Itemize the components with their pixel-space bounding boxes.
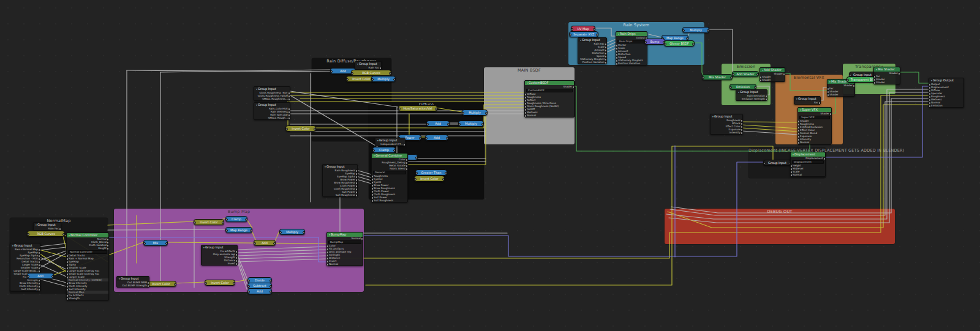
- node-gi-rain-color[interactable]: Group InputRain_ColorHUERain WetnessRain…: [254, 102, 290, 120]
- node-glossy-bsdf[interactable]: Glossy BSDF: [664, 40, 695, 46]
- node-label: Multiply: [469, 111, 481, 114]
- node-header-gi-rain-color[interactable]: Group Input: [254, 103, 290, 107]
- socket-sel-displacement-group[interactable]: Displacement: [792, 160, 824, 164]
- socket-sel-general-combine[interactable]: General: [373, 171, 406, 174]
- node-header-gi-gloss[interactable]: Group Input: [254, 87, 290, 91]
- node-header-gi-bump-1[interactable]: Group Input: [202, 245, 237, 250]
- node-header-gi-normalmap[interactable]: Group Input: [10, 244, 40, 248]
- node-add-bm2[interactable]: Add: [247, 288, 272, 294]
- node-header-group-output[interactable]: Group Output: [929, 78, 963, 83]
- node-gi-disp[interactable]: Group Input: [763, 160, 791, 166]
- node-label: Hue/Saturation/Val: [404, 106, 432, 110]
- socket-sel-rain-drips[interactable]: Rain Drips: [617, 40, 646, 43]
- node-multiply-rs[interactable]: Multiply: [682, 27, 709, 33]
- node-bumpmap-group[interactable]: BumpMapNormalBumpMapColorFix artifactsOn…: [326, 232, 363, 266]
- node-multiply-d1[interactable]: Multiply: [462, 110, 488, 116]
- node-mix-bm[interactable]: Mix: [143, 240, 168, 246]
- node-header-gi-rain-rough[interactable]: Group Input: [323, 165, 357, 169]
- node-label: Map Range: [666, 36, 684, 40]
- node-header-rain-drips[interactable]: Rain Drips: [616, 32, 647, 36]
- socket-in-group-output: Emission: [929, 104, 963, 107]
- node-clamp-bm[interactable]: Clamp: [225, 216, 247, 222]
- node-add-shader-2[interactable]: Add ShaderShaderShaderShader: [760, 67, 785, 82]
- node-group-output[interactable]: Group OutputOutputDisplacementDiffuseSpe…: [929, 78, 964, 108]
- socket-out-gi-independent: Independent CT...: [375, 143, 405, 146]
- node-multiply-bm[interactable]: Multiply: [279, 229, 305, 235]
- node-label: UV Map: [577, 27, 589, 31]
- node-label: Divide: [255, 278, 265, 282]
- node-header-displacement-group[interactable]: Displacement: [791, 152, 825, 157]
- node-label: RGB Curves: [362, 71, 380, 75]
- frame-debug-out[interactable]: DEBUG OUT: [665, 209, 895, 244]
- socket-out-gi-gloss: SMALL Roughness...: [254, 97, 290, 100]
- socket-in-bumpmap-group: Normal: [327, 262, 363, 266]
- node-gi-independent[interactable]: Group InputIndependent CT...: [375, 138, 405, 146]
- node-rgb-curves-rd[interactable]: RGB Curves: [351, 70, 391, 76]
- node-header-gi-rainfac-nm[interactable]: Group Input: [34, 223, 61, 227]
- node-displacement-group[interactable]: DisplacementDisplacementDisplacementHeig…: [790, 152, 826, 177]
- node-add-d2[interactable]: Add: [425, 135, 448, 141]
- node-invert-1[interactable]: Invert Color: [194, 219, 224, 225]
- node-clamp-d[interactable]: Clamp: [372, 147, 396, 153]
- wire: [160, 70, 330, 72]
- node-gi-rain-rough[interactable]: Group InputRain RoughnessEyeMapEyeMap Al…: [322, 164, 358, 197]
- node-mix-shader-1[interactable]: Mix Shader: [702, 74, 733, 80]
- node-header-gi-fac[interactable]: Group Input: [794, 97, 820, 101]
- node-editor-canvas[interactable]: NormalMapBump MapRain Diffuse/RoughnessD…: [0, 0, 980, 331]
- node-mix-shader-3[interactable]: Mix ShaderShaderFacShaderShader: [873, 67, 900, 84]
- node-huesat[interactable]: Hue/Saturation/Val: [398, 105, 437, 111]
- node-gi-effect[interactable]: Group InputRoughnessBTrackEffect ColorEx…: [710, 114, 743, 135]
- node-gi-bump-2[interactable]: Group InputOut BUMP NRMOut BUMP Strength: [116, 276, 149, 288]
- socket-sel-super-vfx[interactable]: Super VFX: [799, 116, 830, 119]
- node-gi-normalmap[interactable]: Group InputRain+Normal MapEyeMapEyeMap A…: [10, 243, 40, 291]
- node-normal-controller[interactable]: Normal ControllerNormalCloth_BlendCloth …: [66, 232, 109, 300]
- node-separate-xyz[interactable]: Separate XYZ: [569, 31, 598, 37]
- node-header-custom-bsdf[interactable]: CustomBSDF: [525, 81, 574, 85]
- node-header-gi-effect[interactable]: Group Input: [710, 114, 742, 119]
- node-multiply-d2[interactable]: Multiply: [458, 121, 484, 127]
- node-header-gi-independent[interactable]: Group Input: [375, 138, 405, 143]
- node-multiply-rd[interactable]: Multiply: [371, 76, 396, 82]
- node-invert-d[interactable]: Invert Color: [414, 176, 445, 182]
- node-super-vfx[interactable]: Super VFXShaderSuper VFXShaderRoughnessE…: [797, 107, 832, 144]
- node-custom-bsdf[interactable]: CustomBSDFShaderCustomBSDFDiffuseRoughne…: [524, 80, 575, 117]
- node-general-combine[interactable]: General CombineColorRoughness_DebugMetal…: [371, 153, 408, 203]
- node-invert-mid[interactable]: Invert Color: [285, 125, 316, 132]
- node-header-gi-rd[interactable]: Group Input: [355, 62, 381, 66]
- node-label: Add: [262, 241, 268, 245]
- node-add-shader-1[interactable]: Add Shader: [732, 71, 759, 77]
- node-header-mix-shader-3[interactable]: Mix Shader: [874, 67, 900, 72]
- node-gi-rain-sys[interactable]: Group InputRain FacScaleAmountDistortion…: [578, 37, 607, 64]
- node-greater-than[interactable]: Greater Than: [415, 169, 447, 176]
- node-bump-rs[interactable]: Bump: [644, 39, 665, 45]
- node-invert-3[interactable]: Invert Color: [146, 281, 176, 287]
- socket-sel-bumpmap-group[interactable]: BumpMap: [328, 240, 361, 244]
- node-header-gi-rain-sys[interactable]: Group Input: [578, 38, 606, 42]
- node-gi-bump-1[interactable]: Group InputFix artifactsOnly animate rep…: [201, 245, 238, 266]
- node-header-general-combine[interactable]: General Combine: [372, 154, 407, 158]
- node-map-range-bm[interactable]: Map Range: [225, 227, 252, 233]
- socket-sel-custom-bsdf[interactable]: CustomBSDF: [526, 89, 573, 92]
- node-gi-rd[interactable]: Group InputRain Fac: [355, 61, 382, 70]
- node-gi-fac[interactable]: Group InputFac: [794, 96, 821, 105]
- node-rain-drips[interactable]: Rain DripsOutputRain DripsVectorScaleAmo…: [616, 31, 647, 65]
- node-header-normal-controller[interactable]: Normal Controller: [67, 233, 108, 237]
- node-gi-emission[interactable]: Group InputRain EmissionEmission Strengt…: [736, 89, 767, 101]
- socket-out-gi-bump-1: Invert: [202, 262, 237, 265]
- node-label: Clamp: [379, 148, 389, 152]
- node-gi-rainfac-nm[interactable]: Group InputRain Fac: [33, 222, 61, 231]
- node-invert-2[interactable]: Invert Color: [205, 280, 235, 286]
- node-header-super-vfx[interactable]: Super VFX: [798, 108, 831, 112]
- node-header-bumpmap-group[interactable]: BumpMap: [327, 232, 363, 237]
- node-rgb-curves-nm[interactable]: RGB Curves: [27, 231, 65, 237]
- node-label: Invert Color: [200, 220, 217, 224]
- node-header-gi-emission[interactable]: Group Input: [736, 90, 767, 94]
- node-header-gi-bump-2[interactable]: Group Input: [117, 277, 149, 281]
- node-header-add-shader-2[interactable]: Add Shader: [760, 68, 785, 72]
- node-add-d1[interactable]: Add: [426, 121, 450, 127]
- node-add-bm-yellow[interactable]: Add: [254, 240, 276, 246]
- node-add-nm[interactable]: Add: [27, 273, 54, 279]
- node-gi-gloss[interactable]: Group InputGloss Roughness 'Not'Gloss Ro…: [254, 86, 290, 101]
- frame-title-main-bsdf: MAIN BSDF: [484, 69, 575, 73]
- socket-sel-normal-controller[interactable]: Normal Controller: [68, 250, 107, 254]
